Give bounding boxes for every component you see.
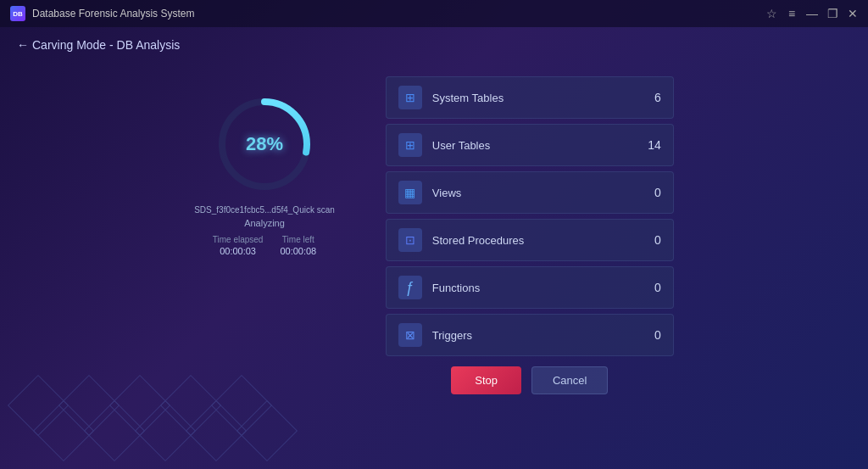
result-label: User Tables: [432, 139, 634, 152]
result-row: ƒFunctions0: [386, 266, 674, 309]
result-count: 0: [644, 328, 661, 342]
main-content: 28% SDS_f3f0ce1fcbc5...d5f4_Quick scan A…: [0, 59, 868, 411]
results-panel: ⊞System Tables6⊞User Tables14▦Views0⊡Sto…: [386, 76, 674, 394]
analyzing-status: Analyzing: [244, 218, 285, 228]
back-button[interactable]: ← Carving Mode - DB Analysis: [17, 38, 180, 52]
result-label: Views: [432, 187, 634, 199]
result-row: ⊠Triggers0: [386, 314, 674, 356]
menu-button[interactable]: ≡: [787, 8, 797, 19]
time-elapsed: Time elapsed 00:00:03: [213, 235, 264, 256]
result-icon: ⊠: [398, 323, 422, 347]
progress-section: 28% SDS_f3f0ce1fcbc5...d5f4_Quick scan A…: [194, 76, 335, 256]
result-row: ⊞System Tables6: [386, 76, 674, 119]
result-count: 6: [644, 91, 661, 104]
page-title: Carving Mode - DB Analysis: [32, 38, 180, 52]
star-button[interactable]: ☆: [766, 8, 776, 19]
result-row: ▦Views0: [386, 171, 674, 214]
restore-button[interactable]: ❐: [827, 8, 837, 19]
time-elapsed-value: 00:00:03: [220, 246, 256, 256]
file-info: SDS_f3f0ce1fcbc5...d5f4_Quick scan: [194, 205, 335, 215]
result-icon: ƒ: [398, 276, 422, 299]
minimize-button[interactable]: —: [807, 8, 817, 19]
progress-circle: 28%: [214, 93, 315, 195]
close-button[interactable]: ✕: [848, 8, 858, 19]
time-elapsed-label: Time elapsed: [213, 235, 264, 244]
time-left-label: Time left: [282, 235, 314, 244]
progress-percentage: 28%: [246, 133, 283, 155]
time-left-value: 00:00:08: [280, 246, 316, 256]
action-buttons: Stop Cancel: [386, 366, 674, 394]
result-count: 0: [644, 281, 661, 294]
result-label: Functions: [432, 282, 634, 294]
result-label: Stored Procedures: [432, 234, 634, 247]
cancel-button[interactable]: Cancel: [531, 366, 608, 394]
back-arrow: ←: [17, 38, 29, 52]
titlebar: DB Database Forensic Analysis System ☆ ≡…: [0, 0, 868, 27]
result-row: ⊡Stored Procedures0: [386, 219, 674, 261]
result-count: 0: [644, 186, 661, 199]
time-info: Time elapsed 00:00:03 Time left 00:00:08: [213, 235, 317, 256]
time-left: Time left 00:00:08: [280, 235, 316, 256]
result-count: 14: [644, 138, 661, 152]
result-icon: ⊞: [398, 133, 422, 157]
result-label: System Tables: [432, 92, 634, 104]
result-icon: ⊞: [398, 86, 422, 109]
page-header: ← Carving Mode - DB Analysis: [0, 27, 868, 59]
result-icon: ⊡: [398, 228, 422, 252]
stop-button[interactable]: Stop: [451, 366, 521, 394]
result-icon: ▦: [398, 181, 422, 204]
result-count: 0: [644, 233, 661, 247]
app-logo: DB: [10, 6, 25, 21]
result-row: ⊞User Tables14: [386, 124, 674, 166]
app-title: Database Forensic Analysis System: [32, 8, 766, 20]
result-label: Triggers: [432, 329, 634, 342]
window-controls: ☆ ≡ — ❐ ✕: [766, 8, 858, 19]
